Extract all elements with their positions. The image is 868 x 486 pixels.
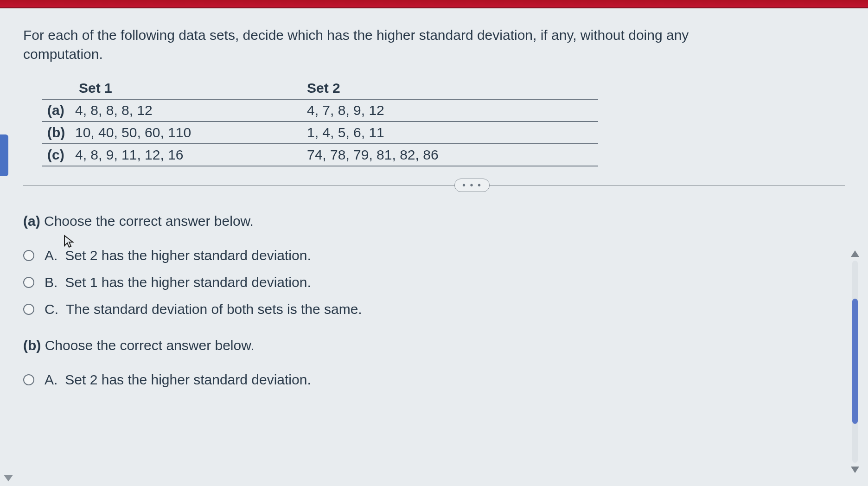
data-sets-table: Set 1 Set 2 (a) 4, 8, 8, 8, 12 4, 7, 8, … (42, 77, 598, 166)
radio-icon (23, 304, 34, 315)
radio-icon (23, 250, 34, 261)
cell-set1: 4, 8, 8, 8, 12 (70, 99, 301, 122)
option-letter: C. (45, 301, 58, 317)
row-label: (b) (42, 122, 70, 144)
question-a-options: A. Set 2 has the higher standard deviati… (23, 248, 845, 317)
cell-set2: 1, 4, 5, 6, 11 (301, 122, 598, 144)
section-divider: • • • (23, 185, 845, 185)
scroll-thumb[interactable] (852, 299, 858, 424)
question-a-prompt: (a) Choose the correct answer below. (23, 213, 845, 229)
option-letter: A. (45, 248, 57, 263)
cell-set1: 10, 40, 50, 60, 110 (70, 122, 301, 144)
question-b-prompt: (b) Choose the correct answer below. (23, 338, 845, 353)
table-row: (b) 10, 40, 50, 60, 110 1, 4, 5, 6, 11 (42, 122, 598, 144)
question-a: (a) Choose the correct answer below. A. … (23, 213, 845, 317)
question-b-text: Choose the correct answer below. (45, 338, 255, 353)
radio-icon (23, 277, 34, 288)
window-top-bar (0, 0, 868, 8)
question-b-label: (b) (23, 338, 41, 353)
scroll-track[interactable] (852, 261, 858, 463)
col-header-set1: Set 1 (42, 77, 301, 99)
question-a-label: (a) (23, 213, 40, 229)
option-a-B[interactable]: B. Set 1 has the higher standard deviati… (23, 275, 845, 290)
vertical-scrollbar[interactable] (850, 250, 860, 473)
scroll-up-icon[interactable] (851, 250, 859, 257)
option-a-C[interactable]: C. The standard deviation of both sets i… (23, 301, 845, 317)
option-text: Set 2 has the higher standard deviation. (65, 372, 311, 388)
option-a-A[interactable]: A. Set 2 has the higher standard deviati… (23, 248, 845, 263)
scroll-down-icon[interactable] (851, 467, 859, 473)
problem-statement: For each of the following data sets, dec… (23, 26, 765, 64)
page-down-icon[interactable] (4, 475, 13, 481)
question-page: For each of the following data sets, dec… (0, 8, 868, 417)
col-header-set2: Set 2 (301, 77, 598, 99)
expand-button[interactable]: • • • (454, 179, 490, 192)
cell-set2: 4, 7, 8, 9, 12 (301, 99, 598, 122)
question-b: (b) Choose the correct answer below. A. … (23, 338, 845, 388)
ellipsis-icon: • • • (462, 180, 482, 190)
table-row: (c) 4, 8, 9, 11, 12, 16 74, 78, 79, 81, … (42, 144, 598, 166)
cell-set1: 4, 8, 9, 11, 12, 16 (70, 144, 301, 166)
table-row: (a) 4, 8, 8, 8, 12 4, 7, 8, 9, 12 (42, 99, 598, 122)
option-letter: A. (45, 372, 57, 388)
option-text: The standard deviation of both sets is t… (66, 301, 362, 317)
option-text: Set 1 has the higher standard deviation. (65, 275, 311, 290)
row-label: (a) (42, 99, 70, 122)
row-label: (c) (42, 144, 70, 166)
radio-icon (23, 374, 34, 385)
question-a-text: Choose the correct answer below. (44, 213, 254, 229)
option-b-A[interactable]: A. Set 2 has the higher standard deviati… (23, 372, 845, 388)
option-text: Set 2 has the higher standard deviation. (65, 248, 311, 263)
option-letter: B. (45, 275, 57, 290)
cell-set2: 74, 78, 79, 81, 82, 86 (301, 144, 598, 166)
divider-line (23, 185, 845, 185)
question-b-options: A. Set 2 has the higher standard deviati… (23, 372, 845, 388)
